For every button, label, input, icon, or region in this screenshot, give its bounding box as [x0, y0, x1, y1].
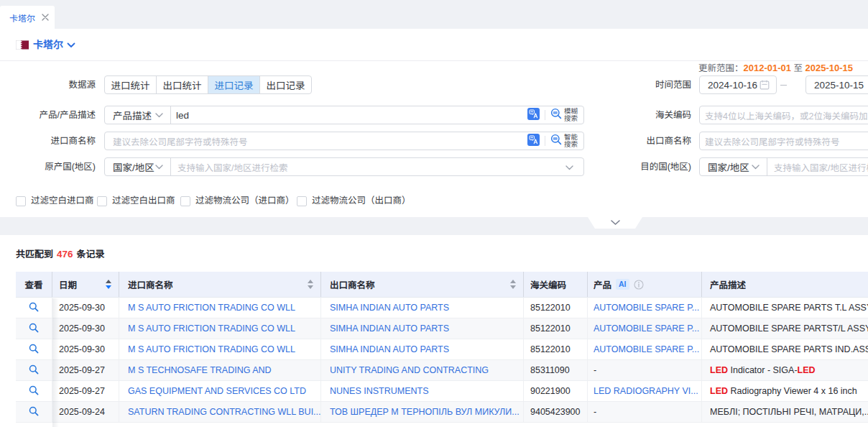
- view-magnifier-icon[interactable]: [29, 323, 39, 335]
- view-cell[interactable]: [16, 318, 52, 339]
- checkbox-box[interactable]: [180, 196, 190, 206]
- product-label: 产品/产品描述: [0, 106, 96, 124]
- destination-type-select[interactable]: 国家/地区: [700, 158, 767, 175]
- view-cell[interactable]: [16, 360, 52, 380]
- chevron-down-icon: [752, 165, 760, 170]
- exporter-link[interactable]: NUNES INSTRUMENTS: [321, 381, 524, 401]
- hs-code-cell: 9405423900: [524, 402, 588, 422]
- exporter-link[interactable]: ТОВ ШРЕДЕР М ТЕРНОПІЛЬ ВУЛ МИКУЛИ...: [321, 402, 524, 422]
- origin-type-select[interactable]: 国家/地区: [105, 158, 170, 175]
- header-importer[interactable]: 进口商名称: [119, 272, 321, 297]
- data-source-option-1[interactable]: 出口统计: [156, 75, 208, 94]
- sort-icon[interactable]: [106, 280, 111, 289]
- page-title: 卡塔尔: [33, 38, 63, 52]
- product-cell[interactable]: LED RADIOGRAPHY VI...: [588, 381, 702, 401]
- app-root: 卡塔尔 卡塔尔 更新范围：2012-01-01 至 2025-10-15 数据源…: [0, 0, 868, 427]
- info-icon[interactable]: [634, 280, 644, 290]
- view-magnifier-icon[interactable]: [29, 406, 39, 418]
- table-row[interactable]: 2025-09-30 M S AUTO FRICTION TRADING CO …: [16, 318, 868, 339]
- sort-icon[interactable]: [308, 280, 313, 289]
- calendar-icon: [760, 80, 770, 90]
- destination-label: 目的国(地区): [503, 157, 691, 176]
- date-cell: 2025-09-30: [52, 339, 119, 359]
- data-source-option-2[interactable]: 进口记录: [208, 75, 260, 94]
- hs-code-input[interactable]: 支持4位以上海关编码，或2位海关编码加上: [699, 106, 868, 124]
- chevron-down-icon: [155, 113, 163, 118]
- hs-code-label: 海关编码: [503, 106, 691, 124]
- header-exporter[interactable]: 出口商名称: [321, 272, 524, 297]
- hs-code-cell: 85122010: [524, 318, 588, 339]
- tab-close-icon[interactable]: [42, 14, 49, 21]
- destination-input[interactable]: 支持输入国家/地区进行检索: [767, 160, 868, 174]
- view-magnifier-icon[interactable]: [29, 364, 39, 377]
- table-header: 查看 日期 进口商名称 出口商名称 海关编码 产品AI 产品描述: [16, 272, 868, 298]
- date-from-input[interactable]: 2024-10-16: [699, 75, 777, 94]
- product-desc-cell: МЕБЛІ; ПОСТІЛЬНІ РЕЧІ, МАТРАЦИ,...: [702, 402, 868, 422]
- destination-combo: 国家/地区 支持输入国家/地区进行检索: [699, 157, 868, 176]
- exporter-link[interactable]: UNITY TRADING AND CONTRACTING: [321, 360, 524, 380]
- tab-bar: 卡塔尔: [0, 0, 868, 29]
- view-magnifier-icon[interactable]: [29, 385, 39, 398]
- product-desc-cell: AUTOMOBILE SPARE PARTS IND.ASS...: [702, 339, 868, 359]
- product-cell[interactable]: AUTOMOBILE SPARE P...: [588, 318, 702, 339]
- product-cell[interactable]: AUTOMOBILE SPARE P...: [588, 339, 702, 359]
- view-cell[interactable]: [16, 339, 52, 359]
- data-source-group: 进口统计 出口统计 进口记录 出口记录: [104, 75, 312, 94]
- product-search-input[interactable]: led: [170, 110, 189, 121]
- date-cell: 2025-09-24: [52, 402, 119, 422]
- table-row[interactable]: 2025-09-30 M S AUTO FRICTION TRADING CO …: [16, 298, 868, 318]
- importer-link[interactable]: M S AUTO FRICTION TRADING CO WLL: [119, 298, 321, 318]
- collapse-chevron-icon[interactable]: [611, 220, 620, 225]
- filter-checkbox-2[interactable]: 过滤物流公司（进口商）: [180, 196, 295, 206]
- product-desc-cell: AUTOMOBILE SPARE PARTST/L ASSY ...: [702, 318, 868, 339]
- result-count: 共匹配到476条记录: [16, 247, 105, 260]
- exporter-input[interactable]: 建议去除公司尾部字符或特殊符号: [699, 132, 868, 150]
- results-table: 查看 日期 进口商名称 出口商名称 海关编码 产品AI 产品描述 2025-09…: [16, 272, 868, 423]
- header-date[interactable]: 日期: [52, 272, 119, 297]
- tab-qatar[interactable]: 卡塔尔: [0, 6, 55, 29]
- view-magnifier-icon[interactable]: [29, 344, 39, 356]
- product-type-select[interactable]: 产品描述: [105, 106, 170, 124]
- origin-input[interactable]: 支持输入国家/地区进行检索: [170, 160, 287, 174]
- origin-label: 原产国(地区): [0, 157, 96, 176]
- table-row[interactable]: 2025-09-24 SATURN TRADING CONTRACTING WL…: [16, 402, 868, 423]
- table-row[interactable]: 2025-09-27 M S TECHNOSAFE TRADING AND UN…: [16, 360, 868, 381]
- time-range-label: 时间范围: [503, 75, 691, 94]
- table-row[interactable]: 2025-09-30 M S AUTO FRICTION TRADING CO …: [16, 339, 868, 360]
- importer-link[interactable]: SATURN TRADING CONTRACTING WLL BUI...: [119, 402, 321, 422]
- hs-code-cell: 85122010: [524, 298, 588, 318]
- importer-link[interactable]: M S AUTO FRICTION TRADING CO WLL: [119, 339, 321, 359]
- filter-checkbox-0[interactable]: 过滤空白进口商: [16, 196, 94, 206]
- checkbox-box[interactable]: [297, 196, 307, 206]
- results-section: 共匹配到476条记录 查看 日期 进口商名称 出口商名称 海关编码 产品AI 产…: [0, 235, 868, 427]
- filter-checkbox-1[interactable]: 过滤空白出口商: [97, 196, 175, 206]
- date-cell: 2025-09-30: [52, 298, 119, 318]
- sort-icon[interactable]: [510, 280, 516, 289]
- exporter-link[interactable]: SIMHA INDIAN AUTO PARTS: [321, 298, 524, 318]
- importer-link[interactable]: GAS EQUIPMENT AND SERVICES CO LTD: [119, 381, 321, 401]
- product-cell: -: [588, 360, 702, 380]
- table-row[interactable]: 2025-09-27 GAS EQUIPMENT AND SERVICES CO…: [16, 381, 868, 402]
- chevron-down-icon: [155, 165, 163, 170]
- product-cell[interactable]: AUTOMOBILE SPARE P...: [588, 298, 702, 318]
- data-source-option-0[interactable]: 进口统计: [104, 75, 157, 94]
- country-dropdown-icon[interactable]: [67, 42, 75, 48]
- filter-checkbox-3[interactable]: 过滤物流公司（出口商）: [297, 196, 411, 206]
- exporter-link[interactable]: SIMHA INDIAN AUTO PARTS: [321, 339, 524, 359]
- data-source-option-3[interactable]: 出口记录: [259, 75, 312, 94]
- view-cell[interactable]: [16, 402, 52, 422]
- view-magnifier-icon[interactable]: [29, 302, 39, 314]
- header-hs-code: 海关编码: [524, 272, 588, 297]
- ai-badge: AI: [616, 279, 629, 290]
- importer-link[interactable]: M S TECHNOSAFE TRADING AND: [119, 360, 321, 380]
- date-to-input[interactable]: 2025-10-15: [805, 75, 868, 94]
- product-desc-cell: LED Indicator - SIGA-LED: [702, 360, 868, 380]
- checkbox-box[interactable]: [16, 196, 26, 206]
- checkbox-box[interactable]: [97, 196, 107, 206]
- header-product-desc: 产品描述: [702, 272, 868, 297]
- update-range: 更新范围：2012-01-01 至 2025-10-15: [698, 63, 853, 73]
- exporter-link[interactable]: SIMHA INDIAN AUTO PARTS: [321, 318, 524, 339]
- importer-link[interactable]: M S AUTO FRICTION TRADING CO WLL: [119, 318, 321, 339]
- view-cell[interactable]: [16, 381, 52, 401]
- view-cell[interactable]: [16, 298, 52, 318]
